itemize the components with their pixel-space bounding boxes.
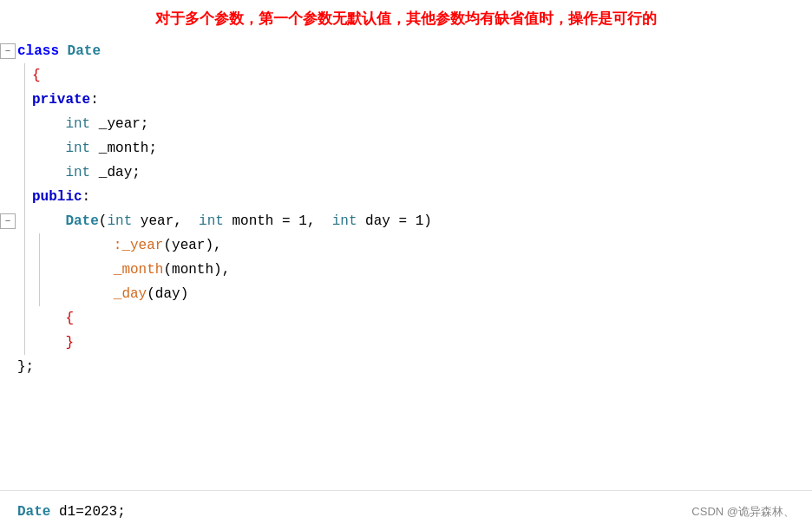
code-token: } bbox=[65, 331, 74, 355]
vertical-guide-line bbox=[24, 331, 25, 355]
indent-space bbox=[47, 258, 114, 282]
code-token: : bbox=[90, 88, 99, 112]
vertical-guide-line bbox=[39, 258, 40, 282]
code-token: { bbox=[32, 63, 41, 88]
vertical-guide-line bbox=[39, 233, 40, 258]
code-token: Date bbox=[65, 209, 98, 233]
code-token: ( bbox=[99, 209, 108, 233]
watermark: CSDN @诡异森林、 bbox=[691, 504, 795, 520]
indent-space bbox=[32, 136, 65, 160]
code-line: private: bbox=[0, 88, 812, 112]
vertical-guide-line bbox=[24, 88, 25, 112]
code-token: class bbox=[17, 39, 68, 63]
code-token: int bbox=[65, 112, 90, 136]
vertical-guide-line bbox=[24, 258, 25, 282]
code-line: int _year; bbox=[0, 112, 812, 136]
fold-button[interactable]: − bbox=[0, 213, 16, 229]
code-token: int bbox=[199, 209, 224, 233]
indent-space bbox=[32, 112, 65, 136]
vertical-guide-line bbox=[24, 160, 25, 185]
code-token: :_year bbox=[114, 233, 164, 258]
vertical-guide-line bbox=[24, 233, 25, 258]
vertical-guide-line bbox=[24, 306, 25, 331]
code-token: public bbox=[32, 185, 82, 209]
vertical-guide-line bbox=[24, 209, 25, 233]
code-token: int bbox=[332, 209, 357, 233]
title-bar: 对于多个参数，第一个参数无默认值，其他参数均有缺省值时，操作是可行的 bbox=[0, 0, 812, 36]
code-token: month = 1, bbox=[224, 209, 332, 233]
vertical-guide-line bbox=[24, 185, 25, 209]
indent-space bbox=[32, 306, 65, 331]
code-container: −class Date{private: int _year; int _mon… bbox=[0, 36, 812, 379]
code-line: _month(month), bbox=[0, 258, 812, 282]
indent-space bbox=[47, 233, 114, 258]
code-line: :_year(year), bbox=[0, 233, 812, 258]
code-line: public: bbox=[0, 185, 812, 209]
code-line: } bbox=[0, 331, 812, 355]
code-token: }; bbox=[17, 355, 34, 379]
vertical-guide-line bbox=[24, 112, 25, 136]
vertical-guide-line bbox=[39, 282, 40, 306]
code-token: _month bbox=[114, 258, 164, 282]
fold-button[interactable]: − bbox=[0, 43, 16, 59]
title-text: 对于多个参数，第一个参数无默认值，其他参数均有缺省值时，操作是可行的 bbox=[155, 10, 657, 27]
indent-space bbox=[32, 331, 65, 355]
indent-space bbox=[47, 282, 114, 306]
code-token: int bbox=[65, 160, 90, 185]
code-token: day = 1) bbox=[357, 209, 432, 233]
code-token: _day; bbox=[90, 160, 141, 185]
code-line: { bbox=[0, 306, 812, 331]
code-token: _day bbox=[114, 282, 147, 306]
code-token: year, bbox=[132, 209, 199, 233]
code-line: − Date(int year, int month = 1, int day … bbox=[0, 209, 812, 233]
code-token: int bbox=[65, 136, 90, 160]
code-token: Date bbox=[68, 39, 101, 63]
code-token: { bbox=[65, 306, 74, 331]
code-token: int bbox=[107, 209, 132, 233]
code-line: −class Date bbox=[0, 39, 812, 63]
code-token: private bbox=[32, 88, 90, 112]
code-token: (day) bbox=[147, 282, 188, 306]
code-line: int _day; bbox=[0, 160, 812, 185]
indent-space bbox=[32, 160, 65, 185]
code-token: _month; bbox=[90, 136, 157, 160]
code-token: _year; bbox=[90, 112, 148, 136]
vertical-guide-line bbox=[24, 63, 25, 88]
code-token: (year), bbox=[163, 233, 221, 258]
bottom-code: Date d1=2023; bbox=[17, 504, 126, 520]
vertical-guide-line bbox=[24, 136, 25, 160]
code-line: }; bbox=[0, 355, 812, 379]
code-line: int _month; bbox=[0, 136, 812, 160]
indent-space bbox=[32, 209, 65, 233]
code-line: { bbox=[0, 63, 812, 88]
vertical-guide-line bbox=[24, 282, 25, 306]
code-token: : bbox=[82, 185, 91, 209]
code-token: (month), bbox=[163, 258, 230, 282]
code-line: _day(day) bbox=[0, 282, 812, 306]
